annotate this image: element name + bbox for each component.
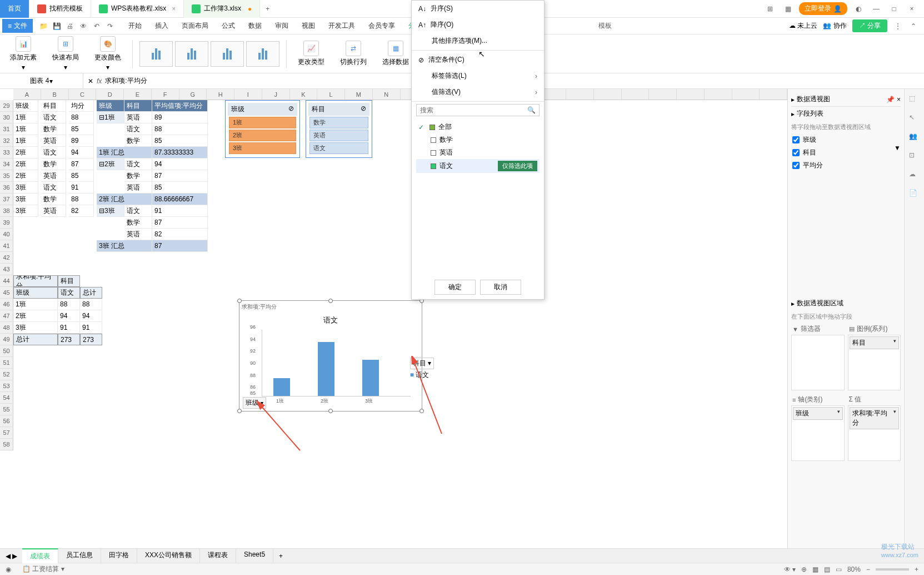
cell[interactable]: 88 <box>58 299 80 310</box>
cell[interactable]: 91 <box>58 322 80 334</box>
menu-tab[interactable]: 视图 <box>296 19 321 33</box>
zoom-slider[interactable] <box>876 568 909 571</box>
row-header[interactable]: 30 <box>0 112 13 123</box>
area-item[interactable]: 班级▾ <box>793 407 843 420</box>
cell[interactable]: 2班 <box>13 147 38 158</box>
col-header[interactable]: K <box>290 89 318 100</box>
area-item[interactable]: 求和项:平均分▾ <box>850 407 900 429</box>
cell[interactable]: 87.33333333 <box>152 147 208 158</box>
cell[interactable]: 科目 <box>124 100 152 112</box>
cell[interactable]: 2班 <box>13 170 38 182</box>
change-color-button[interactable]: 🎨更改颜色 ▾ <box>90 34 126 73</box>
col-header[interactable]: C <box>69 89 97 100</box>
row-header[interactable]: 48 <box>0 322 13 334</box>
search-input[interactable] <box>420 106 527 114</box>
menu-tab[interactable]: 公式 <box>216 19 241 33</box>
close-panel-icon[interactable]: × <box>897 96 901 103</box>
spreadsheet[interactable]: ABCDEFGHIJKLMNOPQR 293031323334353637383… <box>0 89 787 548</box>
col-header[interactable]: M <box>345 89 373 100</box>
col-header[interactable]: N <box>373 89 401 100</box>
cell[interactable]: ⊟2班 <box>97 158 124 170</box>
close-icon[interactable]: × <box>905 2 918 16</box>
slicer-item[interactable]: 语文 <box>309 142 368 154</box>
cell[interactable]: 数学 <box>41 194 66 205</box>
focus-icon[interactable]: ⊕ <box>801 566 807 573</box>
row-header[interactable]: 52 <box>0 369 13 380</box>
slicer-item[interactable]: 英语 <box>309 130 368 141</box>
row-header[interactable]: 37 <box>0 194 13 205</box>
preview-icon[interactable]: 👁 <box>78 21 88 31</box>
cell[interactable]: 英语 <box>124 182 152 194</box>
field-checkbox[interactable]: 平均分 <box>791 159 901 172</box>
row-header[interactable]: 40 <box>0 229 13 240</box>
cell[interactable]: 87 <box>152 217 208 229</box>
cell[interactable]: 均分 <box>69 100 94 112</box>
cell[interactable]: 89 <box>152 112 208 123</box>
cell[interactable]: 语文 <box>41 112 66 123</box>
apps-icon[interactable]: ▦ <box>781 2 795 16</box>
minimize-icon[interactable]: — <box>870 2 883 16</box>
tab-add[interactable]: + <box>260 5 275 13</box>
col-header[interactable]: J <box>262 89 290 100</box>
cell[interactable]: 88 <box>69 112 94 123</box>
row-header[interactable]: 58 <box>0 439 13 450</box>
col-header[interactable]: B <box>41 89 69 100</box>
row-header[interactable]: 43 <box>0 264 13 275</box>
sheet-tab[interactable]: Sheet5 <box>236 548 273 563</box>
change-type-button[interactable]: 📈更改类型 <box>293 38 329 69</box>
share-button[interactable]: ↗ 分享 <box>852 19 887 32</box>
cell[interactable]: 88 <box>152 123 208 135</box>
cell[interactable]: 语文 <box>124 205 152 217</box>
cell[interactable]: 班级 <box>13 287 58 299</box>
cell[interactable]: 3班 <box>13 205 38 217</box>
cell[interactable]: 数学 <box>124 217 152 229</box>
row-header[interactable]: 33 <box>0 147 13 158</box>
properties-icon[interactable]: ⊡ <box>909 151 920 162</box>
menu-tab[interactable]: 开始 <box>123 19 147 33</box>
cloud-icon[interactable]: ☁ <box>909 170 920 181</box>
row-header[interactable]: 53 <box>0 380 13 392</box>
cell[interactable]: ⊟1班 <box>97 112 124 123</box>
formula-input[interactable]: 求和项:平均分 <box>105 76 147 86</box>
col-header[interactable]: H <box>207 89 234 100</box>
row-header[interactable]: 38 <box>0 205 13 217</box>
row-header[interactable]: 50 <box>0 345 13 357</box>
select-data-button[interactable]: ▦选择数据 <box>378 38 413 69</box>
record-icon[interactable]: ◉ <box>6 566 11 573</box>
tab-home[interactable]: 首页 <box>0 0 29 18</box>
chart-legend[interactable]: 科目 ▾ ■ 语文 <box>410 358 434 380</box>
select-tool-icon[interactable]: ⬚ <box>909 95 920 106</box>
row-header[interactable]: 46 <box>0 299 13 310</box>
field-checkbox[interactable]: 科目 <box>791 146 901 159</box>
row-header[interactable]: 29 <box>0 100 13 112</box>
sheet-tab[interactable]: 课程表 <box>200 548 236 563</box>
cell[interactable]: 语文 <box>124 123 152 135</box>
filter-item[interactable]: 英语 <box>416 146 540 159</box>
cell[interactable]: 总计 <box>80 287 102 299</box>
cell[interactable]: 英语 <box>124 229 152 240</box>
row-header[interactable]: 35 <box>0 170 13 182</box>
menu-tab[interactable]: 页面布局 <box>176 19 214 33</box>
clear-filter-icon[interactable]: ⊘ <box>288 105 294 114</box>
tab-file-2[interactable]: 工作簿3.xlsx● <box>184 0 260 18</box>
filter-item[interactable]: 语文仅筛选此项 <box>416 159 540 173</box>
cell[interactable]: 3班 <box>13 182 38 194</box>
slicer-item[interactable]: 2班 <box>229 130 296 141</box>
row-header[interactable]: 49 <box>0 334 13 345</box>
row-header[interactable]: 51 <box>0 357 13 369</box>
cell[interactable]: 数学 <box>124 170 152 182</box>
cursor-icon[interactable]: ↖ <box>909 113 920 125</box>
cell[interactable]: 数学 <box>124 135 152 147</box>
more-sort[interactable]: 其他排序选项(M)... <box>412 33 544 49</box>
cell[interactable]: 班级 <box>13 100 38 112</box>
cell[interactable]: 英语 <box>41 205 66 217</box>
menu-tab[interactable]: 会员专享 <box>363 19 401 33</box>
cell[interactable]: 88.66666667 <box>152 194 208 205</box>
sheet-nav[interactable]: ◀ ▶ <box>6 552 17 560</box>
cell[interactable]: 英语 <box>124 112 152 123</box>
col-header[interactable]: G <box>179 89 207 100</box>
cell[interactable]: 85 <box>152 182 208 194</box>
cell[interactable]: 班级 <box>97 100 124 112</box>
cell[interactable]: ⊟3班 <box>97 205 124 217</box>
redo-icon[interactable]: ↷ <box>105 21 115 31</box>
